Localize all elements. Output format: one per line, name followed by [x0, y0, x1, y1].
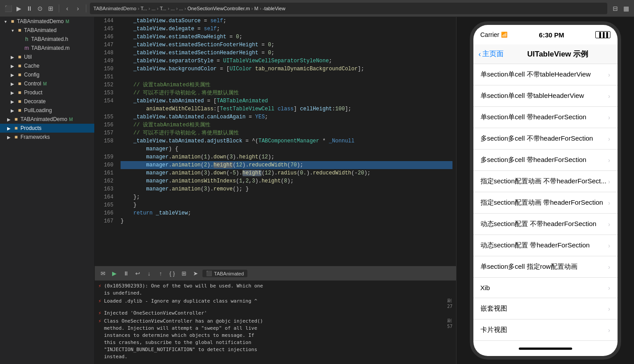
h-file-icon: h [23, 36, 30, 42]
sidebar-item-pullloading[interactable]: ▶ ■ PullLoading [0, 106, 94, 115]
debug-icon-share[interactable]: ➤ [191, 269, 200, 278]
phone-status-bar: Carrier 📶 6:30 PM ▐▐▐ [473, 25, 618, 44]
debug-icon-grid[interactable]: ⊞ [179, 269, 188, 278]
sidebar-item-decorate[interactable]: ▶ ■ Decorate [0, 97, 94, 106]
breadcrumb-item-5[interactable]: ... [171, 6, 175, 11]
project-badge: M [65, 19, 69, 24]
log-icon-2: ⚡ [98, 298, 101, 304]
icon-circle[interactable]: ⊙ [36, 4, 44, 13]
sidebar-item-cache[interactable]: ▶ ■ Cache [0, 61, 94, 70]
chevron-right-icon: › [608, 327, 610, 334]
folder-icon: ■ [9, 18, 16, 24]
code-line-159: manager.animation(1).down(3).height(12); [121, 153, 452, 161]
phone-list-item-text: 指定section配置动画 不带headerForSect... [481, 177, 606, 186]
debug-log[interactable]: ⚡ (0x1053902393): One of the two will be… [95, 281, 456, 364]
code-line-145: _tableView.delegate = self; [121, 25, 452, 33]
toolbar-separator-2 [86, 4, 86, 12]
icon-inspector[interactable]: ⊟ [611, 4, 620, 13]
breadcrumb-item-3[interactable]: ... [151, 6, 155, 11]
phone-list-item[interactable]: 多section多cell 不带headerForSection› [473, 128, 618, 150]
chevron-right-icon: › [608, 242, 610, 249]
sidebar-item-util[interactable]: ▶ ■ Util [0, 53, 94, 61]
phone-list[interactable]: 单section单cell 不带tableHeaderView›单section… [473, 64, 618, 341]
phone-list-item[interactable]: 单section单cell 带headerForSection› [473, 107, 618, 128]
code-line-157: // 可以不进行手动初始化，将使用默认属性 [121, 129, 452, 137]
log-text-4: Class OneSectionViewController has an @o… [104, 318, 263, 360]
phone-list-item-text: 卡片视图 [481, 326, 507, 334]
phone-list-item[interactable]: 单section多cell 指定row配置动画› [473, 256, 618, 278]
debug-tab-label: TABAnimated [214, 271, 244, 276]
sidebar-item-label-pullloading: PullLoading [24, 107, 52, 113]
code-line-149: _tableView.separatorStyle = UITableViewC… [121, 57, 452, 65]
code-area[interactable]: 144 145 146 147 148 149 150 151 152 153 … [95, 17, 456, 266]
breadcrumb-item-2[interactable]: T... [141, 6, 147, 11]
top-toolbar: ⬛ ▶ ⏸ ⊙ ⊞ ‹ › TABAnimatedDemo › T... › .… [0, 0, 634, 17]
sidebar-item-m[interactable]: m TABAnimated.m [0, 44, 94, 53]
expand-arrow-tabanimated: ▾ [9, 28, 16, 33]
debug-panel: ✉ ▶ ⏸ ↩ ↓ ↑ { } ⊞ ➤ ⬛ TABAnimated [95, 266, 456, 364]
breadcrumb-item-9[interactable]: -tableView [262, 6, 285, 11]
code-line-148: _tableView.estimatedSectionHeaderHeight … [121, 49, 452, 57]
debug-icon-step-over[interactable]: ↩ [133, 269, 142, 278]
debug-icon-play[interactable]: ▶ [110, 269, 119, 278]
debug-tab-tabanimated[interactable]: ⬛ TABAnimated [202, 270, 247, 277]
sidebar-item-label-product: Product [24, 89, 42, 96]
debug-icon-step-out[interactable]: ↑ [156, 269, 165, 278]
debug-icon-message[interactable]: ✉ [98, 269, 107, 278]
phone-list-item[interactable]: 卡片视图› [473, 320, 618, 341]
code-line-153: // 可以不进行手动初始化，将使用默认属性 [121, 89, 452, 97]
phone-list-item[interactable]: 指定section配置动画 带headerForSection› [473, 192, 618, 214]
phone-list-item[interactable]: 单section单cell 带tableHeaderView› [473, 85, 618, 107]
debug-icon-pause[interactable]: ⏸ [121, 269, 130, 278]
breadcrumb-item-4[interactable]: T... [160, 6, 166, 11]
code-lines: _tableView.dataSource = self; _tableView… [117, 17, 456, 266]
nav-back[interactable]: ‹ [63, 4, 72, 13]
toolbar-right: ⊟ ▦ [611, 4, 630, 13]
breadcrumb-item-8[interactable]: M [254, 6, 258, 11]
sidebar-item-frameworks[interactable]: ▶ ■ Frameworks [0, 133, 94, 142]
phone-nav-bar: ‹ 主页面 UITableView 示例 [473, 44, 618, 64]
debug-icon-step-in[interactable]: ↓ [145, 269, 153, 278]
icon-run[interactable]: ▶ [14, 4, 23, 13]
sidebar-item-tabanimated[interactable]: ▾ ■ TABAnimated [0, 26, 94, 35]
icon-grid[interactable]: ⊞ [46, 4, 55, 13]
code-line-167: } [121, 217, 452, 225]
icon-pause[interactable]: ⏸ [25, 4, 34, 13]
phone-list-item[interactable]: 嵌套视图› [473, 298, 618, 320]
sidebar-item-h[interactable]: h TABAnimated.h [0, 35, 94, 44]
breadcrumb: TABAnimatedDemo › T... › ... › T... › ..… [90, 3, 607, 14]
sidebar-item-label-project: TABAnimatedDemo [17, 18, 64, 24]
content-area: 144 145 146 147 148 149 150 151 152 153 … [95, 17, 634, 364]
sidebar-item-label-h: TABAnimated.h [31, 36, 68, 42]
phone-list-item[interactable]: Xib› [473, 278, 618, 298]
sidebar-item-label-tabanimateddemo: TABAnimatedDemo [20, 116, 67, 122]
sidebar-item-products[interactable]: ▶ ■ Products [0, 124, 94, 133]
log-side-4: 刷57 [447, 318, 452, 329]
phone-list-item[interactable]: 多section多cell 带headerForSection› [473, 150, 618, 171]
code-line-147: _tableView.estimatedSectionFooterHeight … [121, 41, 452, 49]
breadcrumb-item-7[interactable]: OneSectionViewController.m [187, 6, 250, 11]
phone-list-item-text: 单section单cell 不带tableHeaderView [481, 70, 591, 79]
phone-list-item[interactable]: 动态section配置 不带headerForSection› [473, 214, 618, 235]
icon-stop[interactable]: ⬛ [4, 4, 12, 13]
sidebar-item-control[interactable]: ▶ ■ Control M [0, 79, 94, 88]
breadcrumb-item-6[interactable]: ... [179, 6, 183, 11]
chevron-right-icon: › [608, 157, 610, 164]
phone-list-item[interactable]: 单section单cell 不带tableHeaderView› [473, 64, 618, 85]
phone-back-button[interactable]: ‹ 主页面 [479, 49, 504, 59]
sidebar-item-product[interactable]: ▶ ■ Product [0, 88, 94, 97]
debug-toolbar: ✉ ▶ ⏸ ↩ ↓ ↑ { } ⊞ ➤ ⬛ TABAnimated [95, 267, 456, 281]
phone-list-item[interactable]: 指定section配置动画 不带headerForSect...› [473, 171, 618, 192]
sidebar-item-label-decorate: Decorate [24, 98, 46, 105]
phone-list-item[interactable]: 动态section配置 带headerForSection› [473, 235, 618, 256]
nav-forward[interactable]: › [73, 4, 82, 13]
chevron-right-icon: › [608, 135, 610, 142]
breadcrumb-item-1[interactable]: TABAnimatedDemo [93, 6, 136, 11]
debug-icon-bracket[interactable]: { } [168, 269, 177, 278]
icon-layout[interactable]: ▦ [622, 4, 630, 13]
editor-panel: 144 145 146 147 148 149 150 151 152 153 … [95, 17, 456, 364]
log-icon-4: ⚡ [98, 318, 101, 324]
sidebar-item-config[interactable]: ▶ ■ Config [0, 70, 94, 79]
sidebar-item-project[interactable]: ▾ ■ TABAnimatedDemo M [0, 17, 94, 26]
sidebar-item-tabanimateddemo[interactable]: ▶ ■ TABAnimatedDemo M [0, 115, 94, 124]
